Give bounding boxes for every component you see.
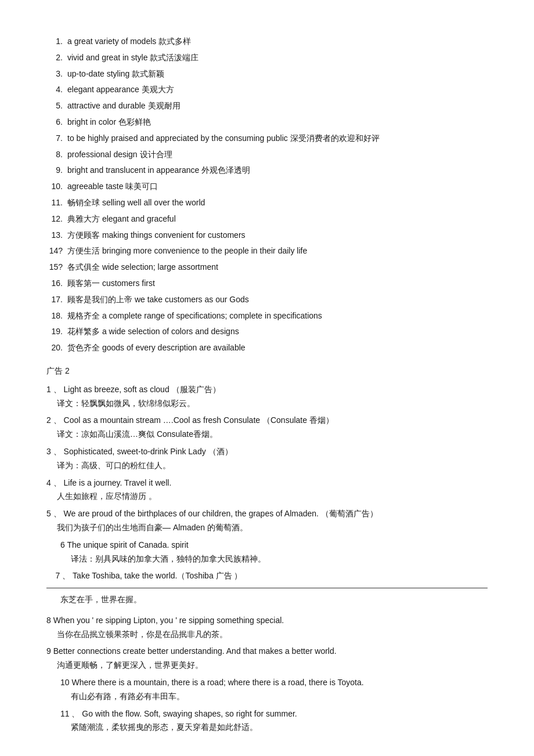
list-text: agreeable taste 味美可口 <box>67 180 158 194</box>
ad-main: 1 、 Light as breeze, soft as cloud （服装广告… <box>46 383 488 397</box>
list-num: 6. <box>46 115 67 129</box>
list-text: 畅销全球 selling well all over the world <box>67 196 205 210</box>
ad-items-container: 1 、 Light as breeze, soft as cloud （服装广告… <box>46 383 488 735</box>
ad-10-main: 10 Where there is a mountain, there is a… <box>60 676 488 690</box>
ad-7-main: 7 、 Take Toshiba, take the world.（Toshib… <box>46 569 488 583</box>
list-num: 14? <box>46 244 67 258</box>
list-num: 10. <box>46 180 67 194</box>
list-num: 19. <box>46 325 67 339</box>
ad-item-7: 7 、 Take Toshiba, take the world.（Toshib… <box>46 569 488 583</box>
list-item: 2.vivid and great in style 款式活泼端庄 <box>46 51 488 65</box>
list-text: 各式俱全 wide selection; large assortment <box>67 261 218 274</box>
list-num: 4. <box>46 83 67 97</box>
list-num: 3. <box>46 67 67 81</box>
list-num: 13. <box>46 229 67 243</box>
ad-main: 2 、 Cool as a mountain stream ….Cool as … <box>46 414 488 428</box>
list-text: bright and translucent in appearance 外观色… <box>67 164 250 178</box>
list-text: 花样繁多 a wide selection of colors and desi… <box>67 325 239 339</box>
list-text: 规格齐全 a complete range of specifications;… <box>67 309 322 323</box>
list-num: 2. <box>46 51 67 65</box>
ad-main: 5 、 We are proud of the birthplaces of o… <box>46 507 488 521</box>
ad-7-trans-text: 东芝在手，世界在握。 <box>60 595 142 604</box>
list-text: a great variety of models 款式多样 <box>67 35 191 49</box>
ad-translation: 译文：轻飘飘如微风，软绵绵似彩云。 <box>46 397 488 411</box>
ad-item-8: 8 When you ' re sipping Lipton, you ' re… <box>46 614 488 642</box>
ad-9-translation: 沟通更顺畅，了解更深入，世界更美好。 <box>46 659 488 672</box>
divider <box>46 588 488 588</box>
list-num: 1. <box>46 35 67 49</box>
list-text: up-to-date styling 款式新颖 <box>67 67 164 81</box>
list-text: bright in color 色彩鲜艳 <box>67 115 151 129</box>
list-item: 10.agreeable taste 味美可口 <box>46 180 488 194</box>
list-text: 方便顾客 making things convenient for custom… <box>67 229 246 243</box>
list-num: 12. <box>46 212 67 226</box>
ad-8-main: 8 When you ' re sipping Lipton, you ' re… <box>46 614 488 628</box>
ad-item: 2 、 Cool as a mountain stream ….Cool as … <box>46 414 488 442</box>
list-item: 15?各式俱全 wide selection; large assortment <box>46 261 488 274</box>
list-text: 顾客是我们的上帝 we take customers as our Gods <box>67 293 249 307</box>
ad-main: 4 、 Life is a journey. Travel it well. <box>46 476 488 490</box>
ad-translation: 我们为孩子们的出生地而自豪— Almaden 的葡萄酒。 <box>46 521 488 535</box>
ad-6-translation: 译法：别具风味的加拿大酒，独特的加拿大民族精神。 <box>60 552 488 566</box>
list-item: 12.典雅大方 elegant and graceful <box>46 212 488 226</box>
list-num: 18. <box>46 309 67 323</box>
ad-item-6: 6 The unique spirit of Canada. spirit 译法… <box>46 538 488 566</box>
list-item: 5.attractive and durable 美观耐用 <box>46 99 488 113</box>
list-num: 17. <box>46 293 67 307</box>
list-item: 16.顾客第一 customers first <box>46 277 488 291</box>
list-item: 17.顾客是我们的上帝 we take customers as our God… <box>46 293 488 307</box>
list-text: 典雅大方 elegant and graceful <box>67 212 176 226</box>
list-text: attractive and durable 美观耐用 <box>67 99 181 113</box>
list-item: 1.a great variety of models 款式多样 <box>46 35 488 49</box>
list-text: professional design 设计合理 <box>67 148 172 162</box>
list-num: 9. <box>46 164 67 178</box>
ad-item: 1 、 Light as breeze, soft as cloud （服装广告… <box>46 383 488 411</box>
list-item: 6.bright in color 色彩鲜艳 <box>46 115 488 129</box>
list-item: 7.to be highly praised and appreciated b… <box>46 132 488 146</box>
list-num: 20. <box>46 341 67 355</box>
ad-8-translation: 当你在品抿立顿果茶时，你是在品抿非凡的茶。 <box>46 628 488 642</box>
ad-translation: 人生如旅程，应尽情游历 。 <box>46 490 488 504</box>
ad-9-main: 9 Better connections create better under… <box>46 645 488 659</box>
list-text: elegant appearance 美观大方 <box>67 83 174 97</box>
list-item: 20.货色齐全 goods of every description are a… <box>46 341 488 355</box>
list-item: 4.elegant appearance 美观大方 <box>46 83 488 97</box>
list-num: 15? <box>46 261 67 274</box>
list-item: 18.规格齐全 a complete range of specificatio… <box>46 309 488 323</box>
ad-translation: 译文：凉如高山溪流…爽似 Consulate香烟。 <box>46 428 488 442</box>
ad-item: 4 、 Life is a journey. Travel it well.人生… <box>46 476 488 504</box>
list-item: 13.方便顾客 making things convenient for cus… <box>46 229 488 243</box>
list-text: 方便生活 bringing more convenience to the pe… <box>67 244 307 258</box>
list-item: 11.畅销全球 selling well all over the world <box>46 196 488 210</box>
ad-11-main: 11 、 Go with the flow. Soft, swaying sha… <box>60 707 488 721</box>
list-num: 11. <box>46 196 67 210</box>
list-text: to be highly praised and appreciated by … <box>67 132 380 146</box>
list-item: 14?方便生活 bringing more convenience to the… <box>46 244 488 258</box>
list-num: 8. <box>46 148 67 162</box>
list-text: 货色齐全 goods of every description are avai… <box>67 341 246 355</box>
list-item: 3.up-to-date styling 款式新颖 <box>46 67 488 81</box>
ad-10-translation: 有山必有路，有路必有丰田车。 <box>60 690 488 704</box>
ad-6-main: 6 The unique spirit of Canada. spirit <box>60 538 488 552</box>
ad-translation: 译为：高级、可口的粉红佳人。 <box>46 459 488 473</box>
list-item: 8.professional design 设计合理 <box>46 148 488 162</box>
list-item: 19.花样繁多 a wide selection of colors and d… <box>46 325 488 339</box>
ad-item-10: 10 Where there is a mountain, there is a… <box>46 676 488 704</box>
list-item: 9.bright and translucent in appearance 外… <box>46 164 488 178</box>
list-text: 顾客第一 customers first <box>67 277 155 291</box>
section-title: 广告 2 <box>46 364 488 378</box>
ad-item-9: 9 Better connections create better under… <box>46 645 488 672</box>
list-num: 16. <box>46 277 67 291</box>
list-num: 5. <box>46 99 67 113</box>
list-text: vivid and great in style 款式活泼端庄 <box>67 51 199 65</box>
ad-11-translation: 紧随潮流，柔软摇曳的形态，夏天穿着是如此舒适。 <box>60 721 488 735</box>
ad-item: 5 、 We are proud of the birthplaces of o… <box>46 507 488 535</box>
numbered-list: 1.a great variety of models 款式多样2.vivid … <box>46 35 488 355</box>
list-num: 7. <box>46 132 67 146</box>
ad-item: 3 、 Sophisticated, sweet-to-drink Pink L… <box>46 445 488 473</box>
ad-item-7-translation: 东芝在手，世界在握。 <box>46 593 488 607</box>
ad-main: 3 、 Sophisticated, sweet-to-drink Pink L… <box>46 445 488 459</box>
ad-item-11: 11 、 Go with the flow. Soft, swaying sha… <box>46 707 488 735</box>
